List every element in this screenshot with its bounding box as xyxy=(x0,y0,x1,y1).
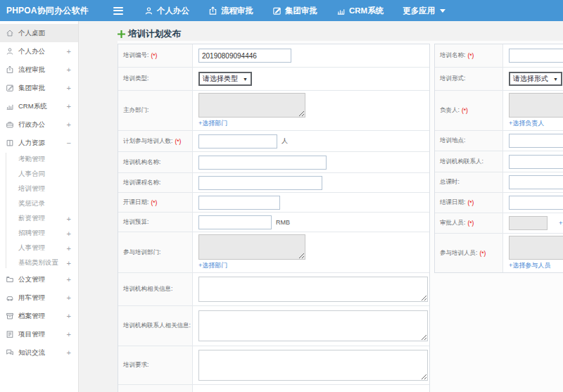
row-budget: 培训预算: RMB xyxy=(118,213,429,232)
training-form-select[interactable]: 请选择形式▼ xyxy=(509,72,562,86)
nav-label: 集团审批 xyxy=(285,6,317,16)
sidebar-item-workflow-approval[interactable]: 流程审批 + xyxy=(0,61,78,79)
training-type-select[interactable]: 请选择类型▼ xyxy=(198,72,252,86)
select-leader-link[interactable]: +选择负责人 xyxy=(509,119,544,128)
sidebar-subitem-base-category[interactable]: 基础类别设置+ xyxy=(0,255,78,270)
required-mark: (*) xyxy=(175,138,181,145)
sidebar-item-crm[interactable]: CRM系统 + xyxy=(0,97,78,115)
sidebar-subitem-personnel[interactable]: 人事管理+ xyxy=(0,241,78,255)
hamburger-menu-icon[interactable] xyxy=(110,2,126,19)
sidebar-subitem-attendance[interactable]: 考勤管理 xyxy=(0,152,78,167)
sidebar-item-documents[interactable]: 公文管理 + xyxy=(0,270,78,289)
row-org-contact-info: 培训机构联系人相关信息: xyxy=(118,306,429,346)
sidebar-item-admin-office[interactable]: 行政办公 + xyxy=(0,115,78,134)
approver-input[interactable] xyxy=(509,216,548,230)
field-label: 培训形式: xyxy=(440,75,465,83)
field-label: 培训要求: xyxy=(123,361,148,369)
course-name-input[interactable] xyxy=(198,176,322,190)
row-org-contact: 培训机构联系人: xyxy=(435,151,563,172)
sidebar-subitem-salary[interactable]: 薪资管理+ xyxy=(0,211,78,226)
field-label: 培训机构名称: xyxy=(123,158,160,167)
expand-icon[interactable]: + xyxy=(67,275,78,284)
chart-icon xyxy=(6,102,14,110)
form-tables: 培训编号:(*) 培训类型: 请选择类型▼ 主办部门: +选择部门 xyxy=(118,44,563,392)
nav-crm-system[interactable]: CRM系统 xyxy=(336,6,384,16)
sidebar-item-label: 流程审批 xyxy=(18,65,45,75)
sidebar-item-group-approval[interactable]: 集团审批 + xyxy=(0,79,78,97)
leader-textarea[interactable] xyxy=(509,93,563,118)
sidebar-subitem-rewards[interactable]: 奖惩记录 xyxy=(0,196,78,211)
unit-suffix: 人 xyxy=(282,137,288,146)
sidebar-subitem-training[interactable]: 培训管理 xyxy=(0,182,78,196)
expand-icon[interactable]: + xyxy=(67,244,78,253)
expand-icon[interactable]: + xyxy=(67,259,78,267)
expand-icon[interactable]: + xyxy=(67,348,78,357)
org-info-textarea[interactable] xyxy=(198,277,428,302)
planned-participants-input[interactable] xyxy=(198,134,277,148)
field-label: 培训机构联系人: xyxy=(440,158,483,166)
expand-icon[interactable]: + xyxy=(67,65,78,74)
select-participants-link[interactable]: +选择参与人员 xyxy=(509,261,550,270)
host-department-textarea[interactable] xyxy=(198,93,305,118)
sidebar-item-label: 行政办公 xyxy=(18,120,45,129)
end-date-input[interactable] xyxy=(509,196,563,210)
expand-icon[interactable]: + xyxy=(67,229,78,238)
expand-icon[interactable]: + xyxy=(67,120,78,129)
nav-label: CRM系统 xyxy=(349,6,384,16)
caret-down-icon: ▼ xyxy=(243,77,248,82)
expand-icon[interactable]: + xyxy=(67,215,78,223)
sidebar-item-knowledge[interactable]: 知识交流 + xyxy=(0,343,78,362)
training-name-input[interactable] xyxy=(509,49,563,63)
field-label: 审批人员: xyxy=(440,219,465,227)
row-end-date: 结课日期:(*) xyxy=(435,193,563,213)
sidebar-item-hr[interactable]: 人力资源 − xyxy=(0,134,78,152)
sidebar-subitem-contracts[interactable]: 人事合同 xyxy=(0,167,78,182)
folder-icon xyxy=(6,275,14,284)
nav-label: 流程审批 xyxy=(221,6,253,16)
budget-input[interactable] xyxy=(198,215,272,229)
expand-icon[interactable]: + xyxy=(67,84,78,92)
nav-workflow-approval[interactable]: 流程审批 xyxy=(208,6,253,16)
participating-departments-textarea[interactable] xyxy=(198,234,305,260)
training-participants-textarea[interactable] xyxy=(509,236,563,260)
field-label: 培训机构相关信息: xyxy=(123,285,172,293)
sidebar-subitem-recruit[interactable]: 招聘管理+ xyxy=(0,226,78,241)
select-value: 请选择形式 xyxy=(513,74,548,84)
nav-more-apps[interactable]: 更多应用 xyxy=(403,6,445,16)
expand-icon[interactable]: + xyxy=(67,330,78,339)
form-table-left: 培训编号:(*) 培训类型: 请选择类型▼ 主办部门: +选择部门 xyxy=(118,44,430,392)
training-requirements-textarea[interactable] xyxy=(198,350,428,381)
expand-icon[interactable]: + xyxy=(67,293,78,302)
collapse-icon[interactable]: − xyxy=(67,139,78,147)
total-hours-input[interactable] xyxy=(509,175,563,189)
field-label: 参与培训部门: xyxy=(123,248,160,257)
archive-icon xyxy=(6,312,14,320)
sidebar-item-projects[interactable]: 项目管理 + xyxy=(0,325,78,343)
sidebar-item-label: 集团审批 xyxy=(18,84,45,93)
select-department-link[interactable]: +选择部门 xyxy=(198,119,227,128)
row-training-type: 培训类型: 请选择类型▼ xyxy=(118,68,429,91)
nav-group-approval[interactable]: 集团审批 xyxy=(272,6,317,16)
training-location-input[interactable] xyxy=(509,134,563,148)
row-training-form: 培训形式: 请选择形式▼ xyxy=(435,68,563,91)
select-approver-link[interactable]: +选择审批人员 xyxy=(559,219,563,228)
expand-icon[interactable]: + xyxy=(67,312,78,320)
nav-personal-office[interactable]: 个人办公 xyxy=(144,6,189,16)
start-date-input[interactable] xyxy=(198,196,280,210)
training-id-input[interactable] xyxy=(198,49,291,63)
expand-icon[interactable]: + xyxy=(67,102,78,110)
sidebar-item-personal-desktop[interactable]: 个人桌面 xyxy=(0,24,78,42)
org-contact-info-textarea[interactable] xyxy=(198,310,428,341)
org-contact-input[interactable] xyxy=(509,155,563,169)
sidebar-item-archives[interactable]: 档案管理 + xyxy=(0,307,78,325)
sidebar-item-label: CRM系统 xyxy=(18,102,47,111)
sidebar-item-label: 培训管理 xyxy=(18,184,45,194)
required-mark: (*) xyxy=(467,52,474,59)
app-window: PHPOA协同办公软件 个人办公 流程审批 集团审批 CRM系统 更多应用 xyxy=(0,0,563,392)
book-icon xyxy=(6,139,14,147)
sidebar-item-vehicles[interactable]: 用车管理 + xyxy=(0,289,78,307)
select-department-link[interactable]: +选择部门 xyxy=(198,261,227,270)
training-org-name-input[interactable] xyxy=(198,156,327,170)
expand-icon[interactable]: + xyxy=(67,47,78,56)
sidebar-item-personal-office[interactable]: 个人办公 + xyxy=(0,42,78,61)
